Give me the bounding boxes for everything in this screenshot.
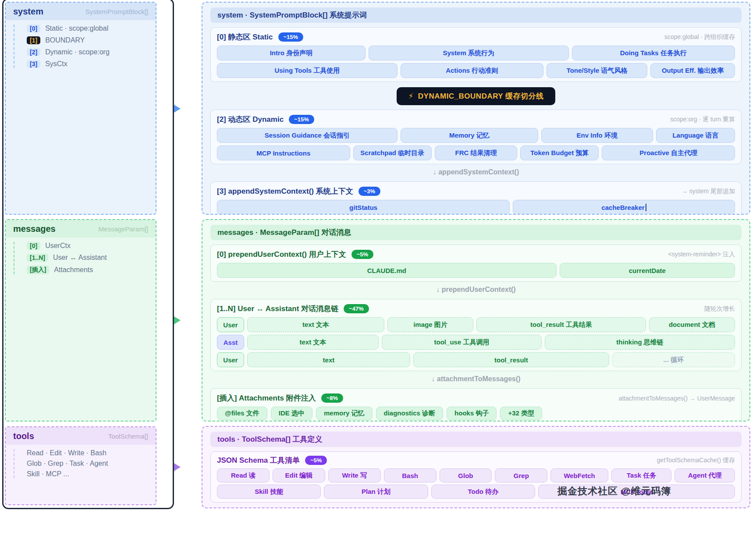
card-sysctx-title: [3] appendSystemContext() 系统上下文 bbox=[217, 186, 353, 196]
chip-diagnostics: diagnostics 诊断 bbox=[376, 407, 444, 420]
card-sysctx: [3] appendSystemContext() 系统上下文 ~3% → sy… bbox=[210, 181, 742, 215]
pct-badge: ~15% bbox=[278, 32, 304, 42]
role-chip-assistant: Asst bbox=[217, 335, 244, 350]
sidebar-messages-title: messages bbox=[13, 224, 56, 234]
sidebar-tools-type: ToolSchema[] bbox=[108, 432, 148, 440]
sidebar-system-header: system SystemPromptBlock[] bbox=[6, 3, 156, 20]
card-chain: [1..N] User ↔ Assistant 对话消息链 ~47% 随轮次增长… bbox=[210, 299, 742, 371]
index-badge: [2] bbox=[27, 48, 40, 56]
chip-language: Language 语言 bbox=[656, 128, 735, 143]
flow-append-system-context: ↓ appendSystemContext() bbox=[210, 168, 742, 177]
panel-tools-header: tools · ToolSchema[] 工具定义 bbox=[210, 432, 742, 447]
sidebar-item-label: Attachments bbox=[54, 266, 93, 274]
card-static: [0] 静态区 Static ~15% scope:global · 跨组织缓存… bbox=[210, 27, 742, 82]
chip-actions: Actions 行动准则 bbox=[401, 63, 543, 78]
chip-proactive: Proactive 自主代理 bbox=[602, 145, 735, 160]
sidebar-item-sysctx: [3] SysCtx bbox=[27, 60, 156, 68]
text-caret bbox=[646, 204, 646, 211]
chip-doing-tasks: Doing Tasks 任务执行 bbox=[572, 46, 735, 60]
chip-ide-selection: IDE 选中 bbox=[271, 407, 312, 420]
role-chip-user: User bbox=[217, 317, 244, 332]
chain-row-user-1: User text 文本 image 图片 tool_result 工具结果 d… bbox=[217, 317, 735, 332]
chip-token-budget: Token Budget 预算 bbox=[520, 145, 599, 160]
sidebar-messages-header: messages MessageParam[] bbox=[6, 220, 156, 237]
sidebar-item-label: Dynamic · scope:org bbox=[45, 48, 110, 56]
sidebar-tools-header: tools ToolSchema[] bbox=[6, 427, 156, 445]
sidebar-item-label: UserCtx bbox=[45, 242, 71, 250]
chip-system-behavior: System 系统行为 bbox=[369, 46, 569, 60]
card-dynamic-note: scope:org · 逐 turn 重算 bbox=[670, 116, 735, 124]
chip-using-tools: Using Tools 工具使用 bbox=[217, 63, 398, 78]
card-static-note: scope:global · 跨组织缓存 bbox=[664, 33, 735, 41]
chip-tone-style: Tone/Style 语气风格 bbox=[547, 63, 648, 78]
chip-scratchpad: Scratchpad 临时目录 bbox=[353, 145, 432, 160]
sidebar-system-type: SystemPromptBlock[] bbox=[85, 8, 148, 15]
chip-session-guidance: Session Guidance 会话指引 bbox=[217, 128, 398, 143]
sidebar-messages-items: [0] UserCtx [1..N] User ↔ Assistant [插入]… bbox=[14, 242, 156, 274]
chip-more-types: +32 类型 bbox=[500, 407, 542, 420]
card-userctx-title: [0] prependUserContext() 用户上下文 bbox=[217, 249, 346, 259]
chip-gitstatus: gitStatus bbox=[217, 200, 510, 215]
panel-system: system · SystemPromptBlock[] 系统提示词 [0] 静… bbox=[202, 2, 750, 215]
sidebar-tools-title: tools bbox=[13, 431, 34, 441]
chip-tool-result: tool_result bbox=[413, 352, 609, 367]
chip-todo: Todo 待办 bbox=[431, 485, 535, 499]
dynamic-boundary-row: ⚡ DYNAMIC_BOUNDARY 缓存切分线 bbox=[210, 87, 742, 105]
chip-env-info: Env Info 环境 bbox=[541, 128, 653, 143]
card-chain-note: 随轮次增长 bbox=[704, 305, 735, 313]
chip-text: text 文本 bbox=[247, 335, 379, 350]
card-attachments-note: attachmentToMessages() → UserMessage bbox=[619, 395, 735, 402]
card-userctx: [0] prependUserContext() 用户上下文 ~5% <syst… bbox=[210, 245, 742, 282]
tools-line: Read · Edit · Write · Bash bbox=[27, 449, 156, 457]
panel-messages-header: messages · MessageParam[] 对话消息 bbox=[210, 225, 742, 240]
sidebar-item-dynamic: [2] Dynamic · scope:org bbox=[27, 48, 156, 56]
card-attachments: [插入] Attachments 附件注入 ~8% attachmentToMe… bbox=[210, 388, 742, 422]
tools-line: Glob · Grep · Task · Agent bbox=[27, 460, 156, 468]
panel-system-header: system · SystemPromptBlock[] 系统提示词 bbox=[210, 7, 742, 23]
chip-bash: Bash bbox=[384, 468, 437, 482]
chip-tool-result: tool_result 工具结果 bbox=[476, 317, 646, 332]
chip-skill: Skill 技能 bbox=[217, 485, 321, 499]
sidebar-item-static: [0] Static · scope:global bbox=[27, 25, 156, 32]
sidebar-item-boundary: [1] BOUNDARY bbox=[27, 36, 156, 44]
tools-line: Skill · MCP ... bbox=[27, 470, 156, 478]
flow-prepend-user-context: ↓ prependUserContext() bbox=[210, 286, 742, 294]
sidebar-item-label: Static · scope:global bbox=[45, 25, 108, 32]
role-chip-user: User bbox=[217, 352, 244, 367]
chip-text: text bbox=[247, 352, 410, 367]
sidebar-item-attachments: [插入] Attachments bbox=[27, 266, 156, 274]
watermark: 掘金技术社区 @维元码簿 bbox=[557, 485, 671, 498]
card-json-schema-note: getToolSchemaCache() 缓存 bbox=[657, 457, 735, 464]
card-static-title: [0] 静态区 Static bbox=[217, 32, 273, 42]
pct-badge: ~3% bbox=[358, 187, 380, 196]
sidebar-item-label: SysCtx bbox=[45, 60, 67, 68]
sidebar-item-userctx: [0] UserCtx bbox=[27, 242, 156, 250]
chip-thinking: thinking 思维链 bbox=[545, 335, 735, 350]
chip-grep: Grep bbox=[495, 468, 547, 482]
chip-frc: FRC 结果清理 bbox=[435, 145, 517, 160]
chip-agent: Agent 代理 bbox=[674, 468, 735, 482]
dynamic-boundary-label: DYNAMIC_BOUNDARY 缓存切分线 bbox=[418, 91, 544, 101]
sidebar-item-label: User ↔ Assistant bbox=[53, 254, 107, 262]
card-userctx-note: <system-reminder> 注入 bbox=[668, 251, 735, 259]
index-badge: [1..N] bbox=[27, 254, 48, 262]
sidebar-messages-type: MessageParam[] bbox=[99, 225, 148, 233]
chip-claude-md: CLAUDE.md bbox=[217, 263, 557, 278]
chip-document: document 文档 bbox=[649, 317, 735, 332]
sidebar-system-title: system bbox=[13, 7, 43, 17]
sidebar-system: system SystemPromptBlock[] [0] Static · … bbox=[5, 2, 156, 215]
card-chain-title: [1..N] User ↔ Assistant 对话消息链 bbox=[217, 304, 338, 314]
index-badge: [3] bbox=[27, 60, 40, 68]
chain-row-user-2: User text tool_result ... 循环 bbox=[217, 352, 735, 367]
chip-mcp-instructions: MCP Instructions bbox=[217, 145, 350, 160]
card-dynamic-title: [2] 动态区 Dynamic bbox=[217, 114, 284, 124]
card-attachments-title: [插入] Attachments 附件注入 bbox=[217, 393, 316, 403]
chip-at-files: @files 文件 bbox=[217, 407, 267, 420]
sidebar-tools: tools ToolSchema[] Read · Edit · Write ·… bbox=[5, 426, 156, 505]
sidebar-item-label: BOUNDARY bbox=[45, 36, 85, 44]
chip-image: image 图片 bbox=[387, 317, 473, 332]
chip-plan: Plan 计划 bbox=[324, 485, 428, 499]
chip-output-eff: Output Eff. 输出效率 bbox=[650, 63, 735, 78]
chip-cachebreaker: cacheBreaker bbox=[513, 200, 735, 215]
card-json-schema-title: JSON Schema 工具清单 bbox=[217, 455, 300, 465]
